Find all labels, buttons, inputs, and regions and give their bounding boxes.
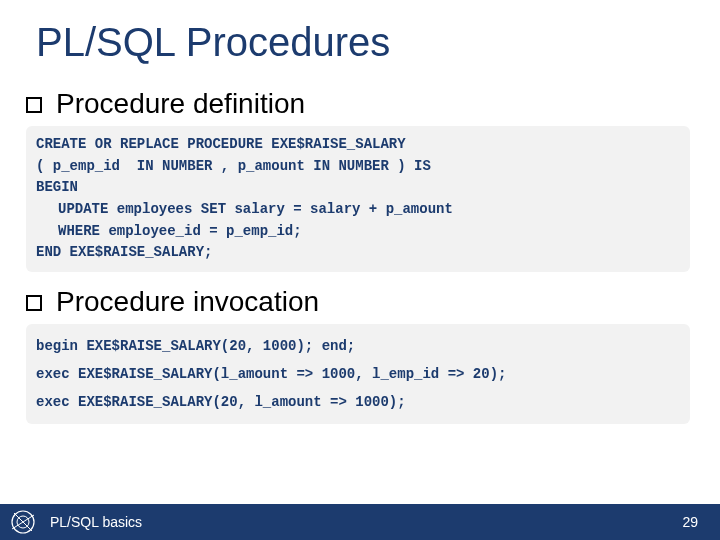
code-line: CREATE OR REPLACE PROCEDURE EXE$RAISE_SA… xyxy=(36,136,406,152)
slide-title: PL/SQL Procedures xyxy=(36,20,390,65)
bullet-row-invocation: Procedure invocation xyxy=(26,286,694,318)
code-line: exec EXE$RAISE_SALARY(l_amount => 1000, … xyxy=(36,366,506,382)
code-line: END EXE$RAISE_SALARY; xyxy=(36,244,212,260)
cern-logo-icon xyxy=(10,509,36,535)
slide: PL/SQL Procedures Procedure definition C… xyxy=(0,0,720,540)
page-number: 29 xyxy=(682,514,698,530)
code-line: BEGIN xyxy=(36,179,78,195)
square-bullet-icon xyxy=(26,295,42,311)
bullet-text-definition: Procedure definition xyxy=(56,88,305,120)
bullet-row-definition: Procedure definition xyxy=(26,88,694,120)
code-block-invocation: begin EXE$RAISE_SALARY(20, 1000); end; e… xyxy=(26,324,690,424)
code-line: exec EXE$RAISE_SALARY(20, l_amount => 10… xyxy=(36,394,406,410)
code-line: ( p_emp_id IN NUMBER , p_amount IN NUMBE… xyxy=(36,158,431,174)
code-line: begin EXE$RAISE_SALARY(20, 1000); end; xyxy=(36,338,355,354)
code-block-definition: CREATE OR REPLACE PROCEDURE EXE$RAISE_SA… xyxy=(26,126,690,272)
bullet-text-invocation: Procedure invocation xyxy=(56,286,319,318)
code-line: WHERE employee_id = p_emp_id; xyxy=(36,221,680,243)
slide-body: Procedure definition CREATE OR REPLACE P… xyxy=(26,88,694,438)
footer-bar: PL/SQL basics 29 xyxy=(0,504,720,540)
code-line: UPDATE employees SET salary = salary + p… xyxy=(36,199,680,221)
square-bullet-icon xyxy=(26,97,42,113)
footer-text: PL/SQL basics xyxy=(50,514,682,530)
